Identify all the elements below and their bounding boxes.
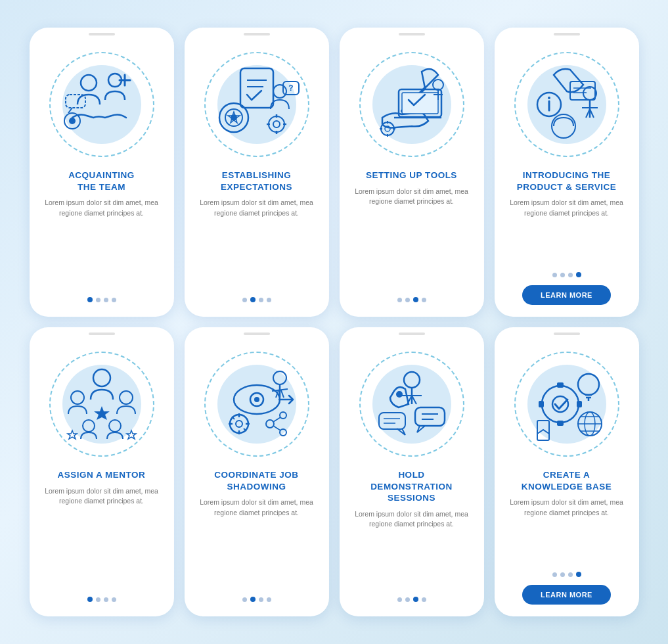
dot: [413, 597, 418, 602]
svg-rect-95: [577, 401, 582, 407]
pagination-dots: [552, 272, 581, 277]
svg-line-76: [273, 417, 280, 422]
svg-rect-92: [557, 382, 564, 388]
card-desc: Lorem ipsum dolor sit dim amet, mea regi…: [350, 187, 474, 290]
svg-point-58: [254, 397, 259, 402]
card-establishing-expectations: ? ESTABLISHINGEXPECTATIONS Lorem ipsum d…: [185, 28, 329, 317]
card-desc: Lorem ipsum dolor sit dim amet, mea regi…: [505, 497, 629, 565]
dot: [576, 272, 581, 277]
illustration-mentor: [46, 348, 158, 460]
card-title: HOLDDEMONSTRATIONSESSIONS: [370, 469, 453, 504]
dot: [104, 298, 108, 302]
card-desc: Lorem ipsum dolor sit dim amet, mea regi…: [505, 198, 629, 265]
illustration-knowledge: [511, 348, 623, 460]
svg-point-66: [236, 421, 242, 427]
svg-rect-26: [402, 93, 438, 114]
card-title: CREATE AKNOWLEDGE BASE: [522, 469, 612, 492]
card-coordinate-job-shadowing: COORDINATE JOBSHADOWING Lorem ipsum dolo…: [185, 327, 329, 616]
dot: [552, 273, 557, 277]
illustration-expectations: ?: [201, 49, 313, 160]
svg-marker-55: [127, 430, 136, 439]
dot: [267, 298, 271, 302]
card-desc: Lorem ipsum dolor sit dim amet, mea regi…: [195, 497, 319, 590]
dot: [568, 572, 573, 577]
svg-point-49: [71, 391, 84, 404]
svg-line-64: [281, 390, 284, 398]
pagination-dots: [242, 597, 271, 602]
dot: [96, 597, 100, 602]
svg-marker-54: [68, 430, 77, 439]
card-desc: Lorem ipsum dolor sit dim amet, mea regi…: [195, 198, 319, 290]
card-title: COORDINATE JOBSHADOWING: [214, 469, 298, 492]
dot: [104, 597, 108, 602]
pagination-dots: [397, 297, 426, 302]
illustration-shadowing: [201, 348, 313, 460]
dot: [259, 298, 263, 302]
dot: [397, 298, 402, 302]
illustration-team: [46, 49, 158, 160]
dot: [259, 597, 263, 602]
dot: [576, 572, 581, 577]
pagination-dots: [87, 597, 116, 602]
dot: [250, 297, 256, 302]
dot: [112, 298, 116, 302]
learn-more-button-product[interactable]: LEARN MORE: [522, 285, 611, 305]
pagination-dots: [242, 297, 271, 302]
svg-point-53: [109, 420, 121, 432]
card-create-knowledge-base: CREATE AKNOWLEDGE BASE Lorem ipsum dolor…: [495, 327, 639, 616]
svg-point-30: [381, 122, 394, 135]
svg-point-7: [69, 118, 76, 124]
card-title: ESTABLISHINGEXPECTATIONS: [221, 170, 292, 193]
svg-point-83: [396, 391, 403, 398]
dot: [96, 298, 100, 302]
svg-point-90: [542, 386, 579, 423]
dot: [267, 597, 271, 602]
cards-grid: ACQUAINTINGTHE TEAM Lorem ipsum dolor si…: [16, 14, 652, 630]
dot: [552, 572, 557, 577]
pagination-dots: [397, 597, 426, 602]
svg-point-78: [404, 372, 420, 388]
svg-point-50: [120, 391, 133, 404]
card-introducing-product: INTRODUCING THEPRODUCT & SERVICE Lorem i…: [495, 28, 639, 317]
pagination-dots: [552, 572, 581, 577]
dot: [560, 273, 565, 277]
card-title: INTRODUCING THEPRODUCT & SERVICE: [517, 170, 617, 193]
svg-rect-87: [379, 413, 405, 429]
card-desc: Lorem ipsum dolor sit dim amet, mea regi…: [40, 486, 164, 590]
card-title: SETTING UP TOOLS: [366, 170, 457, 181]
svg-point-27: [433, 80, 443, 90]
illustration-product: [511, 49, 623, 160]
svg-marker-51: [94, 406, 110, 420]
svg-point-38: [548, 97, 550, 99]
svg-point-75: [280, 429, 286, 436]
card-setting-up-tools: SETTING UP TOOLS Lorem ipsum dolor sit d…: [340, 28, 484, 317]
svg-point-73: [266, 420, 274, 428]
illustration-tools: [356, 49, 468, 160]
svg-point-60: [273, 371, 286, 384]
dot: [422, 597, 426, 602]
card-title: ASSIGN A MENTOR: [58, 469, 146, 481]
svg-text:?: ?: [288, 83, 293, 93]
learn-more-button-knowledge[interactable]: LEARN MORE: [522, 585, 611, 605]
svg-rect-84: [415, 407, 445, 426]
dot: [405, 298, 410, 302]
dot: [405, 597, 410, 602]
card-assign-mentor: ASSIGN A MENTOR Lorem ipsum dolor sit di…: [30, 327, 174, 616]
dot: [422, 298, 426, 302]
card-hold-demonstration: HOLDDEMONSTRATIONSESSIONS Lorem ipsum do…: [340, 327, 484, 616]
svg-point-48: [93, 369, 110, 386]
dot: [87, 297, 93, 302]
dot: [250, 597, 256, 602]
svg-rect-94: [539, 401, 544, 407]
dot: [560, 572, 565, 577]
card-title: ACQUAINTINGTHE TEAM: [68, 170, 135, 193]
svg-rect-93: [557, 421, 564, 426]
dot: [397, 597, 402, 602]
dot: [242, 298, 247, 302]
dot: [112, 597, 116, 602]
dot: [242, 597, 247, 602]
card-acquainting-team: ACQUAINTINGTHE TEAM Lorem ipsum dolor si…: [30, 28, 174, 317]
illustration-demonstration: [356, 348, 468, 460]
svg-rect-8: [240, 68, 273, 108]
svg-point-19: [273, 121, 280, 127]
